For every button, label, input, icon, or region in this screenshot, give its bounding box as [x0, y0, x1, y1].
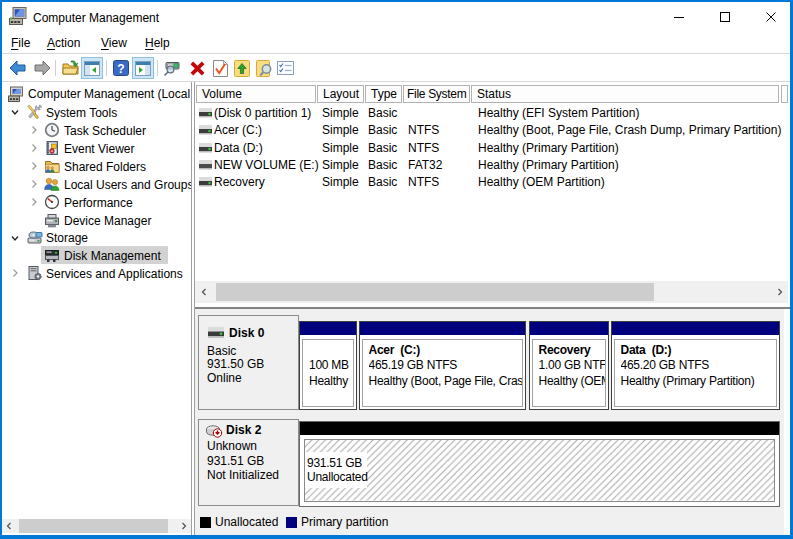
- svg-text:?: ?: [117, 62, 124, 76]
